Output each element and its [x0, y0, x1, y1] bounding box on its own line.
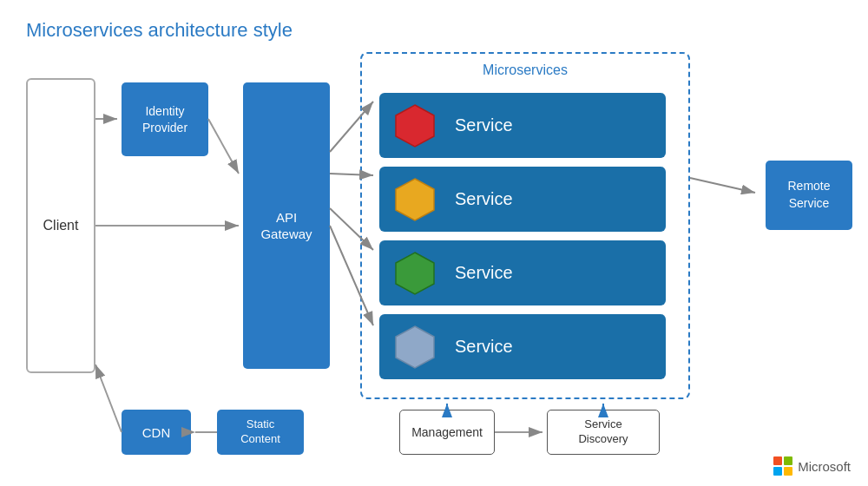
- service-label-3: Service: [455, 263, 513, 283]
- client-box: Client: [26, 78, 95, 373]
- ms-square-red: [773, 456, 782, 465]
- service-label-2: Service: [455, 189, 513, 209]
- identity-provider-label: IdentityProvider: [142, 103, 187, 135]
- microsoft-squares: [773, 456, 792, 476]
- api-gateway-box: APIGateway: [243, 82, 330, 369]
- ms-square-blue: [773, 467, 782, 476]
- page-title: Microservices architecture style: [26, 19, 293, 42]
- svg-line-16: [95, 364, 122, 432]
- cdn-box: CDN: [122, 410, 191, 455]
- static-content-label: StaticContent: [240, 417, 280, 447]
- service-row-3: Service: [379, 240, 666, 305]
- service-row-2: Service: [379, 167, 666, 232]
- service-discovery-label: ServiceDiscovery: [578, 417, 628, 447]
- microsoft-label: Microsoft: [798, 459, 851, 474]
- remote-service-label: RemoteService: [787, 178, 830, 212]
- svg-marker-1: [396, 179, 434, 220]
- ms-square-green: [784, 456, 792, 465]
- api-gateway-label: APIGateway: [260, 209, 312, 243]
- hex-green: [392, 251, 437, 296]
- service-label-1: Service: [455, 115, 513, 135]
- identity-provider-box: IdentityProvider: [122, 82, 208, 156]
- service-row-4: Service: [379, 314, 666, 379]
- hex-blue-gray: [392, 325, 437, 370]
- remote-service-box: RemoteService: [766, 161, 852, 230]
- svg-line-14: [690, 178, 755, 193]
- management-box: Management: [399, 410, 495, 455]
- service-discovery-box: ServiceDiscovery: [547, 410, 660, 455]
- service-label-4: Service: [455, 337, 513, 357]
- svg-marker-2: [396, 253, 434, 294]
- microservices-label: Microservices: [362, 62, 688, 78]
- microservices-container: Microservices Service Service Service Se…: [360, 52, 690, 399]
- management-label: Management: [411, 425, 483, 439]
- cdn-label: CDN: [142, 425, 171, 440]
- static-content-box: StaticContent: [217, 410, 304, 455]
- ms-square-yellow: [784, 467, 792, 476]
- service-row-1: Service: [379, 93, 666, 158]
- svg-marker-3: [396, 326, 434, 368]
- svg-line-8: [208, 119, 239, 174]
- hex-yellow: [392, 177, 437, 222]
- hex-red: [392, 103, 437, 148]
- client-label: Client: [43, 218, 79, 233]
- svg-marker-0: [396, 105, 434, 147]
- microsoft-logo: Microsoft: [773, 456, 851, 476]
